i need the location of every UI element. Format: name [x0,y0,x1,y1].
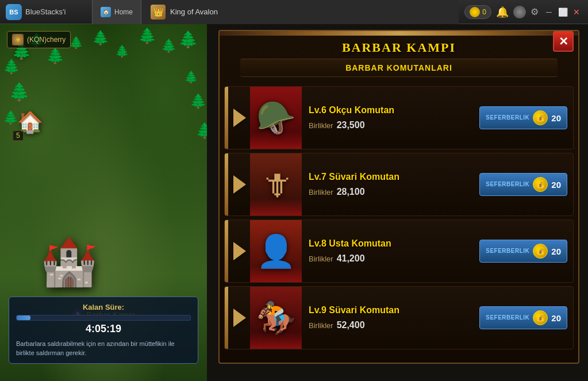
bluestacks-logo: BS [6,4,22,20]
popup-header: BARBAR KAMPI ✕ [220,36,578,59]
attack-cost-3: 20 [551,313,561,323]
troops-value-1: 28,100 [337,187,365,197]
user-banner: ⚜ (KQN)cherry [7,31,71,48]
app-branding: BS BlueStacks'i [0,4,92,20]
home-tab-icon: 🏠 [101,7,111,17]
timer-label: Kalan Süre: [16,303,191,311]
attack-button-1[interactable]: SEFERBERLIK 💰 20 [479,173,567,196]
sub-header-text: BARBAR KOMUTANLARI [345,63,452,72]
title-bar-controls: 0 🔔 ⚙ ─ ⬜ ✕ [459,5,588,19]
troops-value-3: 52,400 [337,320,365,330]
troops-label-2: Birlikler [309,255,333,263]
main-content: 🌲 🌲 🌲 🌲 🌲 🌲 🌲 🌲 🌲 🌲 🌲 🌲 🌲 🌲 🌲 🏠 5 ⚜ (KQN… [0,24,588,381]
arrow-icon-2 [233,242,246,260]
timer-bar-container [16,315,191,321]
troops-row-0: Birlikler 23,500 [309,120,472,130]
commander-info-0: Lv.6 Okçu Komutan Birlikler 23,500 [302,99,479,136]
commander-silhouette-1: 🗡 [260,166,292,203]
timer-bar-fill [17,315,30,320]
arrow-button-0[interactable] [229,101,250,135]
game-icon: 👑 [151,5,166,20]
commander-name-3: Lv.9 Süvari Komutan [309,305,472,315]
home-tab[interactable]: 🏠 Home [92,0,141,24]
arrow-button-1[interactable] [229,167,250,202]
home-tab-label: Home [114,8,133,16]
attack-btn-label-1: SEFERBERLIK [486,181,529,188]
commander-info-1: Lv.7 Süvari Komutan Birlikler 28,100 [302,166,479,203]
commander-list: 🪖 Lv.6 Okçu Komutan Birlikler 23,500 SEF… [220,84,578,355]
commander-image-0: 🪖 [250,86,302,149]
commander-silhouette-2: 👤 [256,233,296,270]
avatar-icon[interactable] [513,6,526,18]
game-map: 🌲 🌲 🌲 🌲 🌲 🌲 🌲 🌲 🌲 🌲 🌲 🌲 🌲 🌲 🌲 🏠 5 ⚜ (KQN… [0,24,207,381]
arrow-icon-0 [233,109,246,127]
troops-label-0: Birlikler [309,121,333,130]
popup-top-bar [220,31,578,36]
commander-row: 🏇 Lv.9 Süvari Komutan Birlikler 52,400 S… [224,286,574,349]
commander-image-2: 👤 [250,220,302,283]
attack-button-0[interactable]: SEFERBERLIK 💰 20 [479,106,567,129]
timer-description: Barbarlara saldırabilmek için en azından… [16,340,191,357]
commander-name-2: Lv.8 Usta Komutan [309,238,472,249]
coin-badge: 0 [464,5,491,19]
troops-label-3: Birlikler [309,321,333,330]
title-bar: BS BlueStacks'i 🏠 Home 👑 King of Avalon … [0,0,588,24]
commander-silhouette-3: 🏇 [256,299,296,337]
commander-image-1: 🗡 [250,153,302,216]
timer-value: 4:05:19 [16,323,191,335]
coin-count: 0 [482,8,486,16]
arrow-icon-3 [233,309,246,327]
commander-row: 👤 Lv.8 Usta Komutan Birlikler 41,200 SEF… [224,220,574,283]
close-popup-button[interactable]: ✕ [553,31,574,52]
attack-btn-label-2: SEFERBERLIK [486,248,529,255]
gear-icon[interactable]: ⚙ [528,6,541,17]
attack-button-2[interactable]: SEFERBERLIK 💰 20 [479,240,567,263]
camp-area: 🏰 [40,235,98,289]
camp-building-icon: 🏰 [40,235,98,289]
commander-silhouette-0: 🪖 [256,99,296,137]
user-crest-icon: ⚜ [12,34,24,45]
popup-panel: BARBAR KAMPI ✕ BARBAR KOMUTANLARI 🪖 Lv.6… [207,24,588,381]
building-number: 5 [13,130,24,141]
attack-coin-icon-3: 💰 [533,310,548,325]
attack-coin-icon-1: 💰 [533,177,548,192]
arrow-icon-1 [233,175,246,194]
close-window-button[interactable]: ✕ [571,6,582,18]
arrow-button-2[interactable] [229,234,250,268]
username-label: (KQN)cherry [27,36,66,44]
popup-container: BARBAR KAMPI ✕ BARBAR KOMUTANLARI 🪖 Lv.6… [218,30,579,364]
troops-row-1: Birlikler 28,100 [309,187,472,197]
attack-coin-icon-2: 💰 [533,244,548,259]
notification-icon[interactable]: 🔔 [494,6,511,18]
attack-coin-icon-0: 💰 [533,110,548,125]
attack-button-3[interactable]: SEFERBERLIK 💰 20 [479,306,567,329]
commander-info-3: Lv.9 Süvari Komutan Birlikler 52,400 [302,299,479,336]
troops-value-2: 41,200 [337,253,365,264]
timer-box: Kalan Süre: 4:05:19 Barbarlara saldırabi… [9,297,198,364]
game-tab[interactable]: 👑 King of Avalon [141,0,459,24]
attack-btn-label-3: SEFERBERLIK [486,314,529,321]
commander-name-0: Lv.6 Okçu Komutan [309,105,472,116]
attack-btn-label-0: SEFERBERLIK [486,114,529,121]
restore-button[interactable]: ⬜ [557,6,568,18]
attack-cost-0: 20 [551,113,561,123]
commander-row: 🪖 Lv.6 Okçu Komutan Birlikler 23,500 SEF… [224,86,574,149]
troops-row-3: Birlikler 52,400 [309,320,472,330]
commander-row: 🗡 Lv.7 Süvari Komutan Birlikler 28,100 S… [224,153,574,216]
game-tab-label: King of Avalon [170,7,218,16]
coin-icon [470,7,480,17]
troops-row-2: Birlikler 41,200 [309,253,472,264]
popup-title: BARBAR KAMPI [248,40,549,55]
commander-info-2: Lv.8 Usta Komutan Birlikler 41,200 [302,233,479,270]
troops-label-1: Birlikler [309,188,333,197]
arrow-button-3[interactable] [229,301,250,335]
sub-header: BARBAR KOMUTANLARI [240,59,558,77]
sub-header-wrapper: BARBAR KOMUTANLARI [220,59,578,79]
attack-cost-1: 20 [551,180,561,190]
minimize-button[interactable]: ─ [543,6,555,18]
commander-image-3: 🏇 [250,286,302,349]
troops-value-0: 23,500 [337,120,365,130]
attack-cost-2: 20 [551,247,561,256]
commander-name-1: Lv.7 Süvari Komutan [309,172,472,182]
app-name: BlueStacks'i [25,7,66,16]
